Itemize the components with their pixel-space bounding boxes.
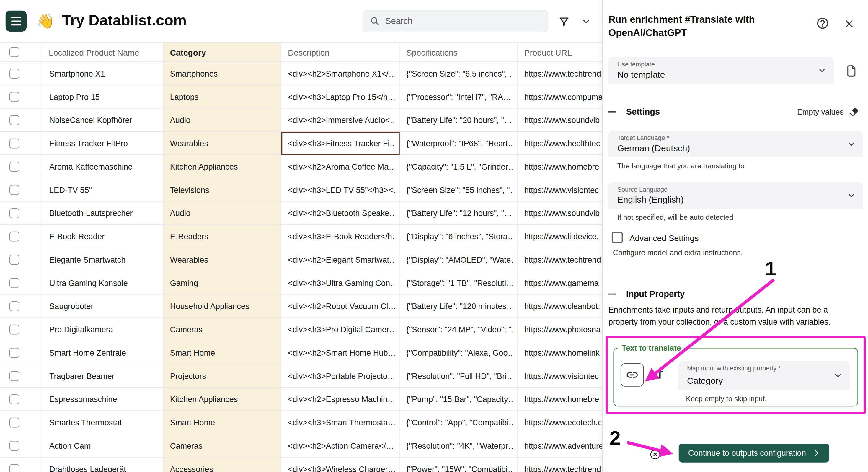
cell-product-name[interactable]: Fitness Tracker FitPro (42, 132, 163, 155)
cell-specifications[interactable]: {"Display": "AMOLED", "Wate… (400, 248, 518, 271)
cell-product-url[interactable]: https://www.techtrend (518, 458, 602, 472)
cell-category[interactable]: Audio (163, 202, 281, 225)
column-header-category[interactable]: Category (163, 42, 281, 62)
cell-product-name[interactable]: Elegante Smartwatch (42, 248, 163, 271)
cell-product-name[interactable]: Ultra Gaming Konsole (42, 271, 163, 295)
cell-specifications[interactable]: {"Compatibility": "Alexa, Goo… (400, 341, 518, 364)
cell-specifications[interactable]: {"Power": "15W", "Compatibi… (400, 458, 518, 472)
cell-product-name[interactable]: E-Book-Reader (42, 225, 163, 248)
custom-text-mode-button[interactable] (648, 363, 672, 387)
cancel-button[interactable] (649, 448, 661, 460)
template-select[interactable]: Use template No template (609, 57, 834, 84)
cell-category[interactable]: Wearables (163, 248, 281, 271)
cell-description[interactable]: <div><h3>Laptop Pro 15</h… (281, 85, 400, 109)
cell-specifications[interactable]: {"Resolution": "Full HD", "Bri… (400, 364, 518, 388)
save-template-button[interactable] (844, 64, 859, 78)
cell-category[interactable]: Cameras (163, 434, 281, 458)
cell-specifications[interactable]: {"Sensor": "24 MP", "Video": "… (400, 318, 518, 341)
cell-description[interactable]: <div><h2>Aroma Coffee Ma… (281, 155, 400, 178)
cell-product-url[interactable]: https://www.ecotech.c (518, 411, 602, 434)
cell-description[interactable]: <div><h3>LED TV 55"</h3><… (281, 178, 400, 202)
cell-product-name[interactable]: Action Cam (42, 434, 163, 458)
cell-product-url[interactable]: https://www.homebre (518, 155, 602, 178)
cell-product-url[interactable]: https://www.homelink (518, 341, 602, 364)
cell-category[interactable]: Smart Home (163, 411, 281, 434)
search-input[interactable] (385, 16, 541, 26)
row-checkbox[interactable] (9, 92, 20, 101)
empty-values-button[interactable]: Empty values (797, 106, 859, 117)
cell-description[interactable]: <div><h3>Smart Thermosta… (281, 411, 400, 434)
cell-specifications[interactable]: {"Display": "6 inches", "Stora… (400, 225, 518, 248)
cell-specifications[interactable]: {"Battery Life": "12 hours", "… (400, 202, 518, 225)
cell-product-name[interactable]: Laptop Pro 15 (42, 85, 163, 109)
cell-product-name[interactable]: Smartes Thermostat (42, 411, 163, 434)
cell-category[interactable]: Televisions (163, 178, 281, 202)
cell-description[interactable]: <div><h2>Immersive Audio<… (281, 109, 400, 132)
cell-product-url[interactable]: https://www.visiontec (518, 178, 602, 202)
cell-product-url[interactable]: https://www.homebre (518, 388, 602, 411)
row-checkbox[interactable] (9, 185, 20, 195)
cell-description[interactable]: <div><h3>E-Book Reader</h… (281, 225, 400, 248)
cell-description[interactable]: <div><h2>Elegant Smartwat… (281, 248, 400, 271)
cell-product-url[interactable]: https://www.litdevice. (518, 225, 602, 248)
cell-product-url[interactable]: https://www.photosna (518, 318, 602, 341)
cell-product-url[interactable]: https://www.gamema (518, 271, 602, 295)
row-checkbox[interactable] (9, 138, 20, 148)
column-header-product-url[interactable]: Product URL (518, 42, 602, 62)
cell-product-url[interactable]: https://www.visiontec (518, 364, 602, 388)
row-checkbox[interactable] (9, 208, 20, 218)
cell-description[interactable]: <div><h3>Fitness Tracker Fi… (281, 132, 400, 155)
cell-specifications[interactable]: {"Battery Life": "120 minutes… (400, 295, 518, 318)
cell-category[interactable]: E-Readers (163, 225, 281, 248)
cell-specifications[interactable]: {"Waterproof": "IP68", "Heart… (400, 132, 518, 155)
cell-description[interactable]: <div><h2>Bluetooth Speake… (281, 202, 400, 225)
select-all-checkbox[interactable] (9, 47, 20, 57)
cell-description[interactable]: <div><h3>Portable Projecto… (281, 364, 400, 388)
cell-category[interactable]: Smartphones (163, 62, 281, 85)
cell-product-url[interactable]: https://www.techtrend (518, 62, 602, 85)
row-checkbox[interactable] (9, 301, 20, 311)
row-checkbox[interactable] (9, 348, 20, 358)
cell-category[interactable]: Smart Home (163, 341, 281, 364)
column-header-specifications[interactable]: Specifications (400, 42, 518, 62)
row-checkbox[interactable] (9, 161, 20, 172)
cell-product-url[interactable]: https://www.compuma (518, 85, 602, 109)
cell-specifications[interactable]: {"Pump": "15 Bar", "Capacity… (400, 388, 518, 411)
cell-category[interactable]: Wearables (163, 132, 281, 155)
cell-description[interactable]: <div><h2>Espresso Machin… (281, 388, 400, 411)
cell-description[interactable]: <div><h3>Ultra Gaming Con… (281, 271, 400, 295)
row-checkbox[interactable] (9, 68, 20, 79)
cell-category[interactable]: Cameras (163, 318, 281, 341)
cell-product-url[interactable]: https://www.soundvib (518, 109, 602, 132)
row-checkbox[interactable] (9, 115, 20, 125)
cell-specifications[interactable]: {"Processor": "Intel i7", "RA… (400, 85, 518, 109)
cell-description[interactable]: <div><h2>Action Camera</… (281, 434, 400, 458)
map-property-select[interactable]: Map input with existing property * Categ… (678, 361, 850, 390)
collapse-input-property-icon[interactable] (609, 290, 617, 299)
cell-category[interactable]: Kitchen Appliances (163, 155, 281, 178)
cell-category[interactable]: Accessories (163, 458, 281, 472)
cell-product-name[interactable]: NoiseCancel Kopfhörer (42, 109, 163, 132)
toolbar-chevron-button[interactable] (578, 13, 595, 30)
search-box[interactable] (363, 10, 548, 32)
cell-category[interactable]: Gaming (163, 271, 281, 295)
cell-description[interactable]: <div><h3>Pro Digital Camer… (281, 318, 400, 341)
cell-product-name[interactable]: Aroma Kaffeemaschine (42, 155, 163, 178)
row-checkbox[interactable] (9, 278, 20, 288)
cell-product-name[interactable]: Smart Home Zentrale (42, 341, 163, 364)
cell-category[interactable]: Projectors (163, 364, 281, 388)
cell-specifications[interactable]: {"Screen Size": "55 inches", "… (400, 178, 518, 202)
target-language-select[interactable]: Target Language * German (Deutsch) (609, 131, 863, 157)
row-checkbox[interactable] (9, 417, 20, 427)
cell-product-name[interactable]: Tragbarer Beamer (42, 364, 163, 388)
cell-specifications[interactable]: {"Screen Size": "6.5 inches", … (400, 62, 518, 85)
advanced-settings-checkbox[interactable] (612, 232, 623, 243)
source-language-select[interactable]: Source Language English (English) (609, 182, 863, 209)
row-checkbox[interactable] (9, 324, 20, 334)
cell-category[interactable]: Audio (163, 109, 281, 132)
cell-product-name[interactable]: Bluetooth-Lautsprecher (42, 202, 163, 225)
cell-specifications[interactable]: {"Battery Life": "20 hours", "… (400, 109, 518, 132)
continue-button[interactable]: Continue to outputs configuration (679, 444, 829, 463)
row-checkbox[interactable] (9, 394, 20, 404)
row-checkbox[interactable] (9, 371, 20, 381)
